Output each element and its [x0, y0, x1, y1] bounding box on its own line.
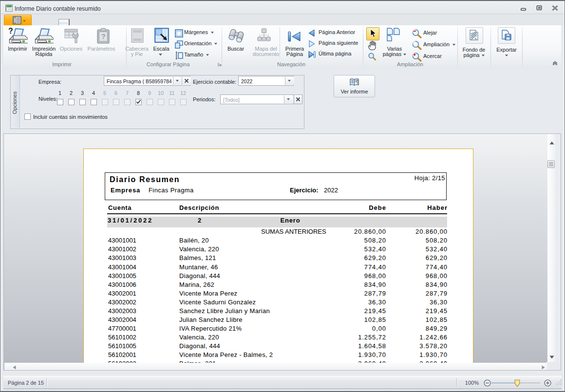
svg-text:?: ? — [101, 33, 106, 40]
svg-text:?: ? — [8, 27, 13, 35]
